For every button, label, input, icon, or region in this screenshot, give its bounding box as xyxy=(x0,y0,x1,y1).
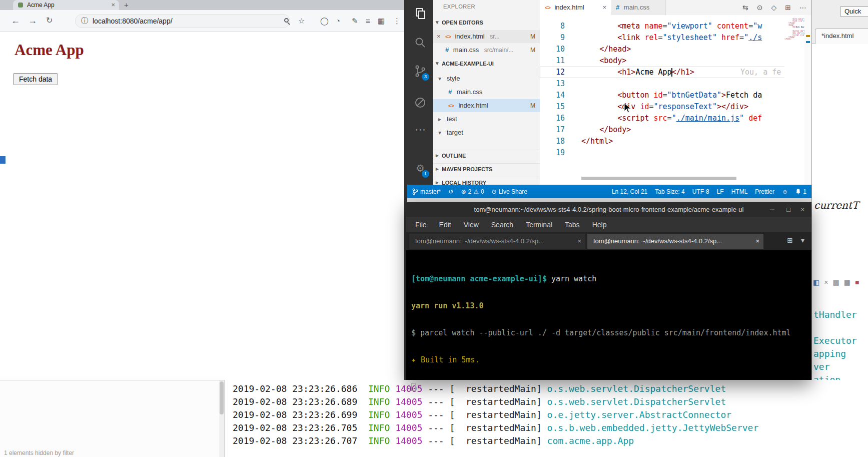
horizontal-scrollbar[interactable] xyxy=(581,177,736,180)
problems-item[interactable]: ⊗ 2 ⚠ 0 xyxy=(461,188,484,195)
extension-clock-icon[interactable]: ◔ xyxy=(336,17,340,25)
eol-type[interactable]: LF xyxy=(717,188,724,195)
open-editors-header[interactable]: ▾ OPEN EDITORS xyxy=(433,17,540,29)
reload-icon[interactable]: ↻ xyxy=(46,16,53,26)
menu-view[interactable]: View xyxy=(464,221,479,229)
open-editor-index-html[interactable]: × <> index.html sr... M xyxy=(433,30,540,43)
console-toolbar-icon[interactable]: ■ xyxy=(855,278,859,286)
more-extensions-icon[interactable]: ⋯ xyxy=(407,123,433,136)
extension-grid-icon[interactable]: ▦ xyxy=(378,17,385,26)
code-line[interactable]: 19 xyxy=(540,147,811,159)
console-toolbar-icon[interactable]: ▦ xyxy=(844,278,850,286)
tab-index-html[interactable]: <> index.html × xyxy=(540,0,611,15)
tree-item-test[interactable]: ▸ test xyxy=(433,113,540,126)
minimap[interactable]: <meta name="viewport" content="w <link r… xyxy=(784,18,804,83)
menu-help[interactable]: Help xyxy=(592,221,607,229)
new-terminal-tab-icon[interactable]: ⊞ xyxy=(787,236,793,244)
scrollbar-thumb[interactable] xyxy=(220,381,224,414)
forward-icon[interactable]: → xyxy=(28,16,37,26)
project-header[interactable]: ▾ ACME-EXAMPLE-UI xyxy=(433,58,540,70)
tab-size[interactable]: Tab Size: 4 xyxy=(655,188,684,195)
more-actions-icon[interactable]: ⋯ xyxy=(799,4,806,12)
code-line[interactable]: 16 <script src="./main/main.js" def xyxy=(540,113,811,124)
sync-icon[interactable]: ↺ xyxy=(448,188,453,195)
browser-menu-icon[interactable]: ⋮ xyxy=(393,17,401,26)
tree-item-index-html[interactable]: <> index.html M xyxy=(433,99,540,112)
tab-close-icon[interactable]: × xyxy=(111,1,115,9)
console-toolbar-icon[interactable]: ◧ xyxy=(813,278,819,286)
cursor-position[interactable]: Ln 12, Col 21 xyxy=(612,188,647,195)
close-icon[interactable]: × xyxy=(437,30,441,43)
maven-projects-section[interactable]: ▸ MAVEN PROJECTS xyxy=(433,163,540,175)
beautify-icon[interactable]: ◇ xyxy=(771,4,776,12)
tree-item-target[interactable]: ▾ target xyxy=(433,126,540,139)
url-text[interactable]: localhost:8080/acme/app/ xyxy=(93,17,173,25)
tab-close-icon[interactable]: × xyxy=(755,234,759,249)
tab-list-caret-icon[interactable]: ▾ xyxy=(801,236,804,244)
code-line[interactable]: 8 <meta name="viewport" content="w xyxy=(540,21,811,32)
extension-lines-icon[interactable]: ≡ xyxy=(366,17,370,25)
terminal-tab-2[interactable]: tom@neumann: ~/dev/ws/ws-sts4-4.0.2/sp..… xyxy=(587,234,763,249)
local-history-section[interactable]: ▸ LOCAL HISTORY xyxy=(433,177,540,185)
menu-search[interactable]: Search xyxy=(491,221,513,229)
site-info-icon[interactable]: ⓘ xyxy=(81,17,88,26)
outline-section[interactable]: ▸ OUTLINE xyxy=(433,150,540,162)
minimize-icon[interactable]: ─ xyxy=(770,202,774,217)
menu-edit[interactable]: Edit xyxy=(439,221,451,229)
extension-circle-icon[interactable]: ◯ xyxy=(320,17,329,26)
new-tab-button[interactable]: + xyxy=(124,1,129,9)
code-line[interactable]: 15 <div id="responseText"></div> xyxy=(540,101,811,113)
formatter[interactable]: Prettier xyxy=(755,188,774,195)
zoom-icon[interactable] xyxy=(284,18,289,23)
notifications-item[interactable]: 1 xyxy=(795,188,806,195)
browser-tab[interactable]: Acme App × xyxy=(13,0,119,10)
split-editor-icon[interactable]: ⊞ xyxy=(785,4,791,12)
tab-close-icon[interactable]: × xyxy=(577,234,581,249)
debug-disabled-icon[interactable] xyxy=(414,96,427,109)
tab-close-icon[interactable]: × xyxy=(602,0,606,15)
open-editor-main-css[interactable]: # main.css src/main/... M xyxy=(433,44,540,57)
tab-main-css[interactable]: # main.css xyxy=(611,0,666,15)
back-icon[interactable]: ← xyxy=(11,16,20,26)
explorer-icon[interactable] xyxy=(414,7,427,20)
terminal-tab-1[interactable]: tom@neumann: ~/dev/ws/ws-sts4-4.0.2/sp..… xyxy=(409,234,585,249)
editor-scrollbar[interactable] xyxy=(804,15,811,185)
devtools-scrollbar[interactable] xyxy=(219,380,224,457)
address-bar[interactable]: ⓘ localhost:8080/acme/app/ xyxy=(75,14,290,28)
code-line[interactable]: 10 </head> xyxy=(540,44,811,55)
live-share-item[interactable]: ⊙ Live Share xyxy=(492,188,527,195)
fetch-data-button[interactable]: Fetch data xyxy=(13,73,58,85)
code-token: </h1> xyxy=(672,68,694,77)
encoding[interactable]: UTF-8 xyxy=(692,188,709,195)
code-line[interactable]: 9 <link rel="stylesheet" href="./s xyxy=(540,32,811,44)
code-line[interactable]: 12 <h1>Acme App</h1>You, a fe xyxy=(540,67,811,78)
tree-item-style[interactable]: ▾ style xyxy=(433,72,540,85)
search-icon[interactable] xyxy=(414,36,427,49)
code-line[interactable]: 17 </body> xyxy=(540,124,811,136)
open-changes-icon[interactable]: ⇆ xyxy=(742,4,748,12)
close-icon[interactable]: × xyxy=(800,202,804,217)
git-branch-item[interactable]: master* xyxy=(412,188,441,195)
menu-tabs[interactable]: Tabs xyxy=(565,221,580,229)
code-line[interactable]: 14 <button id="btnGetData">Fetch da xyxy=(540,90,811,101)
preview-icon[interactable]: ⊙ xyxy=(757,4,763,12)
maximize-icon[interactable]: □ xyxy=(786,202,790,217)
tree-item-main-css[interactable]: # main.css xyxy=(433,86,540,99)
menu-file[interactable]: File xyxy=(415,221,427,229)
gear-icon[interactable]: ⚙ xyxy=(407,162,433,174)
console-toolbar-icon[interactable]: × xyxy=(824,278,828,286)
terminal-output[interactable]: [tom@neumann acme-example-ui]$yarn watch… xyxy=(406,250,811,380)
menu-terminal[interactable]: Terminal xyxy=(526,221,552,229)
code-token: </body> xyxy=(599,125,631,134)
extension-pen-icon[interactable]: ✎ xyxy=(352,17,358,26)
quick-access-field[interactable]: Quick xyxy=(840,6,868,17)
language-mode[interactable]: HTML xyxy=(731,188,748,195)
code-line[interactable]: 11 <body> xyxy=(540,55,811,67)
code-line[interactable]: 18</html> xyxy=(540,136,811,147)
eclipse-editor-tab[interactable]: *index.html xyxy=(815,29,868,44)
terminal-title-bar[interactable]: tom@neumann:~/dev/ws/ws-sts4-4.0.2/sprin… xyxy=(406,202,811,217)
code-line[interactable]: 13 xyxy=(540,78,811,90)
bookmark-star-icon[interactable]: ☆ xyxy=(298,17,305,26)
feedback-smiley-icon[interactable]: ☺ xyxy=(782,188,788,195)
console-toolbar-icon[interactable]: ▤ xyxy=(832,278,839,286)
